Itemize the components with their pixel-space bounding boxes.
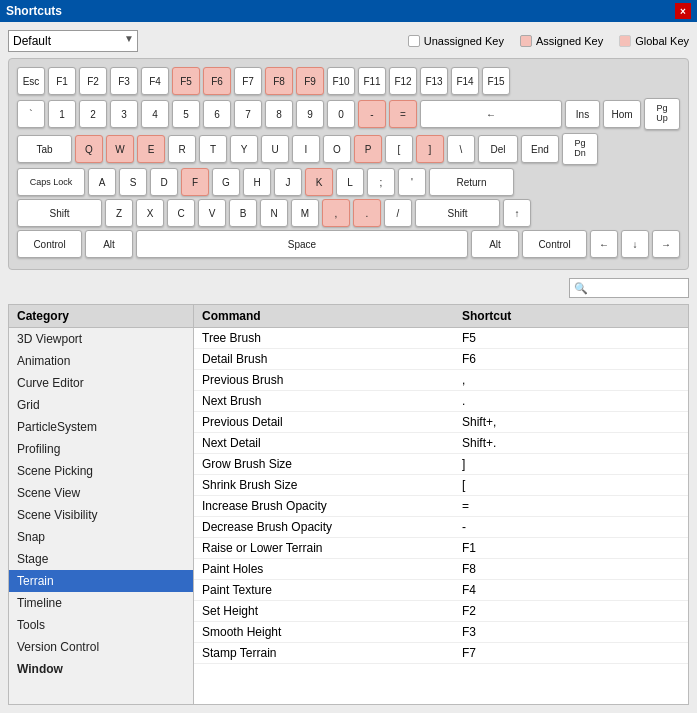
sidebar-item-scene-visibility[interactable]: Scene Visibility [9,504,193,526]
sidebar-item-profiling[interactable]: Profiling [9,438,193,460]
key-q[interactable]: Q [75,135,103,163]
sidebar-item-animation[interactable]: Animation [9,350,193,372]
sidebar-item-timeline[interactable]: Timeline [9,592,193,614]
key-backspace[interactable]: ← [420,100,562,128]
key-backtick[interactable]: ` [17,100,45,128]
key-return[interactable]: Return [429,168,514,196]
key-3[interactable]: 3 [110,100,138,128]
key-f6[interactable]: F6 [203,67,231,95]
key-1[interactable]: 1 [48,100,76,128]
key-rbracket[interactable]: ] [416,135,444,163]
command-row[interactable]: Decrease Brush Opacity- [194,517,688,538]
key-f[interactable]: F [181,168,209,196]
sidebar-item-snap[interactable]: Snap [9,526,193,548]
key-f10[interactable]: F10 [327,67,355,95]
key-n[interactable]: N [260,199,288,227]
key-d[interactable]: D [150,168,178,196]
command-row[interactable]: Smooth HeightF3 [194,622,688,643]
key-alt-r[interactable]: Alt [471,230,519,258]
key-f11[interactable]: F11 [358,67,386,95]
key-semicolon[interactable]: ; [367,168,395,196]
key-pgup[interactable]: PgUp [644,98,680,130]
key-w[interactable]: W [106,135,134,163]
key-j[interactable]: J [274,168,302,196]
key-a[interactable]: A [88,168,116,196]
key-0[interactable]: 0 [327,100,355,128]
key-x[interactable]: X [136,199,164,227]
key-f9[interactable]: F9 [296,67,324,95]
sidebar-item-tools[interactable]: Tools [9,614,193,636]
command-row[interactable]: Set HeightF2 [194,601,688,622]
key-del[interactable]: Del [478,135,518,163]
key-apostrophe[interactable]: ' [398,168,426,196]
key-f13[interactable]: F13 [420,67,448,95]
command-row[interactable]: Previous Brush, [194,370,688,391]
key-h[interactable]: H [243,168,271,196]
sidebar-item-particle-system[interactable]: ParticleSystem [9,416,193,438]
key-8[interactable]: 8 [265,100,293,128]
key-left[interactable]: ← [590,230,618,258]
key-end[interactable]: End [521,135,559,163]
key-g[interactable]: G [212,168,240,196]
key-f8[interactable]: F8 [265,67,293,95]
key-alt-l[interactable]: Alt [85,230,133,258]
key-r[interactable]: R [168,135,196,163]
key-l[interactable]: L [336,168,364,196]
key-pgdn[interactable]: PgDn [562,133,598,165]
key-2[interactable]: 2 [79,100,107,128]
key-s[interactable]: S [119,168,147,196]
key-space[interactable]: Space [136,230,468,258]
command-row[interactable]: Previous DetailShift+, [194,412,688,433]
command-row[interactable]: Paint HolesF8 [194,559,688,580]
command-row[interactable]: Paint TextureF4 [194,580,688,601]
key-f14[interactable]: F14 [451,67,479,95]
sidebar-item-scene-picking[interactable]: Scene Picking [9,460,193,482]
key-c[interactable]: C [167,199,195,227]
key-u[interactable]: U [261,135,289,163]
command-row[interactable]: Grow Brush Size] [194,454,688,475]
key-ctrl-l[interactable]: Control [17,230,82,258]
key-t[interactable]: T [199,135,227,163]
sidebar-item-curve-editor[interactable]: Curve Editor [9,372,193,394]
key-z[interactable]: Z [105,199,133,227]
close-button[interactable]: × [675,3,691,19]
key-minus[interactable]: - [358,100,386,128]
key-backslash[interactable]: \ [447,135,475,163]
key-capslock[interactable]: Caps Lock [17,168,85,196]
key-comma[interactable]: , [322,199,350,227]
key-m[interactable]: M [291,199,319,227]
key-ins[interactable]: Ins [565,100,600,128]
key-6[interactable]: 6 [203,100,231,128]
sidebar-item-version-control[interactable]: Version Control [9,636,193,658]
key-equals[interactable]: = [389,100,417,128]
key-i[interactable]: I [292,135,320,163]
key-f3[interactable]: F3 [110,67,138,95]
command-row[interactable]: Tree BrushF5 [194,328,688,349]
command-row[interactable]: Stamp TerrainF7 [194,643,688,664]
key-f7[interactable]: F7 [234,67,262,95]
key-f4[interactable]: F4 [141,67,169,95]
key-o[interactable]: O [323,135,351,163]
key-esc[interactable]: Esc [17,67,45,95]
search-input[interactable] [569,278,689,298]
sidebar-item-grid[interactable]: Grid [9,394,193,416]
key-up[interactable]: ↑ [503,199,531,227]
command-row[interactable]: Next Brush. [194,391,688,412]
key-right[interactable]: → [652,230,680,258]
key-hom[interactable]: Hom [603,100,641,128]
key-7[interactable]: 7 [234,100,262,128]
key-tab[interactable]: Tab [17,135,72,163]
key-e[interactable]: E [137,135,165,163]
sidebar-item-window[interactable]: Window [9,658,193,680]
key-f12[interactable]: F12 [389,67,417,95]
key-v[interactable]: V [198,199,226,227]
key-shift-l[interactable]: Shift [17,199,102,227]
key-f5[interactable]: F5 [172,67,200,95]
sidebar-item-3d-viewport[interactable]: 3D Viewport [9,328,193,350]
key-period[interactable]: . [353,199,381,227]
key-f2[interactable]: F2 [79,67,107,95]
command-row[interactable]: Raise or Lower TerrainF1 [194,538,688,559]
sidebar-item-terrain[interactable]: Terrain [9,570,193,592]
command-row[interactable]: Shrink Brush Size[ [194,475,688,496]
key-5[interactable]: 5 [172,100,200,128]
